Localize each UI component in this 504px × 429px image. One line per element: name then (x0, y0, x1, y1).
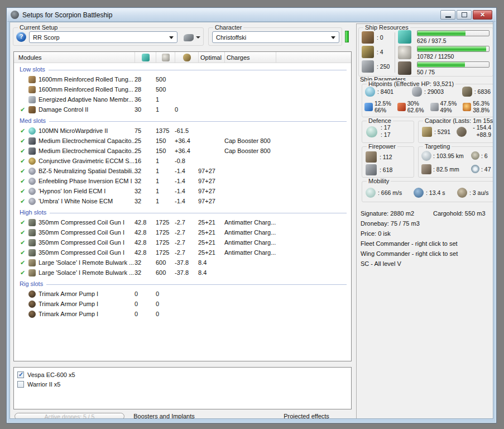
module-active-check-icon: ✔ (16, 178, 28, 185)
module-name: Trimark Armor Pump I (39, 301, 135, 307)
setup-actions-button[interactable] (182, 32, 202, 43)
turret-hardpoint-icon (362, 31, 374, 44)
column-cpu (135, 52, 156, 63)
module-row[interactable]: ✔350mm Compressed Coil Gun I42.81725-2.7… (14, 247, 351, 258)
remote-rep-icon (28, 269, 36, 277)
targeting-range-value: : 103.95 km (433, 152, 464, 159)
resist-ehp-percent: 49% (440, 107, 457, 113)
chevron-down-icon (331, 36, 335, 39)
module-row[interactable]: Trimark Armor Pump I00 (14, 289, 351, 299)
module-icon-cell (28, 86, 39, 93)
module-optimal-value: 8.4 (198, 259, 224, 266)
module-pg-value: 1 (156, 96, 175, 103)
minimize-button[interactable] (440, 10, 455, 20)
scan-res-value: : 47 (481, 166, 491, 173)
resource-bar (417, 61, 489, 68)
hardpoint-stat: : 0 (362, 31, 390, 44)
kinetic-icon (430, 103, 439, 111)
structure-icon (462, 87, 472, 97)
module-active-check-icon: ✔ (16, 168, 28, 175)
module-cap-value: -2.7 (175, 229, 198, 236)
module-cpu-value: 42.8 (135, 239, 156, 246)
module-row[interactable]: ✔Large 'Solace' I Remote Bulwark ...3260… (14, 258, 351, 268)
drone-checkbox[interactable] (17, 371, 24, 378)
module-icon-cell (28, 178, 39, 185)
module-row[interactable]: ✔Medium Electrochemical Capacito...25150… (14, 136, 351, 146)
character-status-bar (345, 31, 349, 42)
module-cpu-value: 30 (135, 106, 156, 113)
resource-bar-fill (417, 46, 486, 51)
module-active-check-icon: ✔ (16, 259, 28, 266)
drone-checkbox[interactable] (17, 381, 24, 388)
drones-panel: Vespa EC-600 x5Warrior II x5 (13, 367, 352, 409)
firepower-dps-value: : 112 (380, 154, 392, 160)
module-row[interactable]: ✔Damage Control II3010 (14, 104, 351, 115)
module-row[interactable]: ✔Enfeebling Phase Inversion ECM I321-1.4… (14, 176, 351, 186)
resource-bar-fill (417, 31, 465, 36)
boosters-implants-tab[interactable]: Boosters and Implants (108, 413, 220, 419)
resist-values: 56.3%38.8% (473, 100, 489, 113)
section-divider-line (49, 121, 347, 122)
module-row[interactable]: Trimark Armor Pump I00 (14, 299, 351, 309)
hitpoint-value: : 29003 (424, 88, 444, 95)
firepower-volley-value: : 618 (380, 166, 392, 173)
module-row[interactable]: ✔Conjunctive Gravimetric ECCM S...161-0.… (14, 156, 351, 166)
module-name: 350mm Compressed Coil Gun I (39, 229, 135, 236)
module-row[interactable]: Energized Adaptive Nano Membr...361 (14, 94, 351, 104)
max-targets-value: : 6 (481, 152, 488, 159)
cap-booster-icon (28, 137, 36, 145)
hardpoints-list: : 0: 4: 250 (362, 31, 390, 73)
module-row[interactable]: ✔350mm Compressed Coil Gun I42.81725-2.7… (14, 227, 351, 237)
module-charge-name: Cap Booster 800 (224, 137, 351, 144)
module-icon-cell (28, 147, 39, 155)
module-active-check-icon: ✔ (16, 147, 28, 155)
drone-item[interactable]: Vespa EC-600 x5 (17, 370, 348, 379)
module-row[interactable]: ✔'Hypnos' Ion Field ECM I321-1.497+27 (14, 186, 351, 196)
nano-membrane-icon (28, 96, 36, 103)
mwd-icon (28, 127, 36, 135)
maximize-button[interactable] (457, 10, 472, 20)
module-row[interactable]: ✔BZ-5 Neutralizing Spatial Destabili...3… (14, 166, 351, 176)
window-controls: ✕ (440, 10, 492, 20)
column-spacer (276, 52, 351, 63)
ecm-icon (28, 198, 36, 205)
resource-bars: 626 / 937.510782 / 1125050 / 75 (398, 29, 491, 76)
module-row[interactable]: ✔100MN MicroWarpdrive II751375-61.5 (14, 126, 351, 136)
slot-section-title: Rig slots (20, 280, 43, 287)
module-row[interactable]: ✔350mm Compressed Coil Gun I42.81725-2.7… (14, 237, 351, 247)
setup-select[interactable]: RR Scorp (29, 31, 177, 43)
drone-item[interactable]: Warrior II x5 (17, 379, 348, 389)
module-charge-name: Antimatter Charg... (224, 249, 351, 256)
module-pg-value: 1 (156, 198, 175, 204)
module-charge-name: Antimatter Charg... (224, 219, 351, 226)
module-name: Enfeebling Phase Inversion ECM I (39, 178, 135, 184)
module-row[interactable]: ✔Medium Electrochemical Capacito...25150… (14, 146, 351, 156)
module-row[interactable]: 1600mm Reinforced Rolled Tung...28500 (14, 84, 351, 94)
module-row[interactable]: ✔'Umbra' I White Noise ECM321-1.497+27 (14, 196, 351, 206)
module-name: 350mm Compressed Coil Gun I (39, 249, 135, 256)
module-name: 100MN MicroWarpdrive II (39, 127, 135, 134)
module-cpu-value: 32 (135, 188, 156, 194)
module-row[interactable]: ✔350mm Compressed Coil Gun I42.81725-2.7… (14, 217, 351, 227)
launcher-hardpoint-icon (362, 46, 374, 58)
current-setup-label: Current Setup (18, 24, 59, 31)
hardpoint-value: : 250 (377, 63, 390, 70)
defence-group: Defence : 17 : 17 (362, 121, 414, 143)
module-cpu-value: 32 (135, 198, 156, 204)
info-line: Price: 0 isk (361, 228, 493, 239)
module-row[interactable]: ✔Large 'Solace' I Remote Bulwark ...3260… (14, 268, 351, 278)
module-row[interactable]: Trimark Armor Pump I00 (14, 309, 351, 319)
info-line: SC - All level V (361, 259, 493, 269)
character-select[interactable]: Christoffski (212, 31, 339, 43)
module-active-check-icon: ✔ (16, 249, 28, 256)
resist-stat: 30%62.6% (395, 100, 428, 113)
module-icon-cell (28, 137, 39, 145)
mobility-group: Mobility : 666 m/s : 13.4 s : 3 au/s (362, 181, 493, 202)
projected-effects-tab[interactable]: Projected effects (251, 413, 362, 419)
help-icon[interactable] (16, 32, 26, 42)
section-divider-line (49, 70, 347, 70)
module-row[interactable]: 1600mm Reinforced Rolled Tung...28500 (14, 74, 351, 84)
window-title: Setups for Scorpion Battleship (22, 11, 112, 19)
column-powergrid (156, 52, 175, 63)
close-button[interactable]: ✕ (473, 10, 492, 20)
